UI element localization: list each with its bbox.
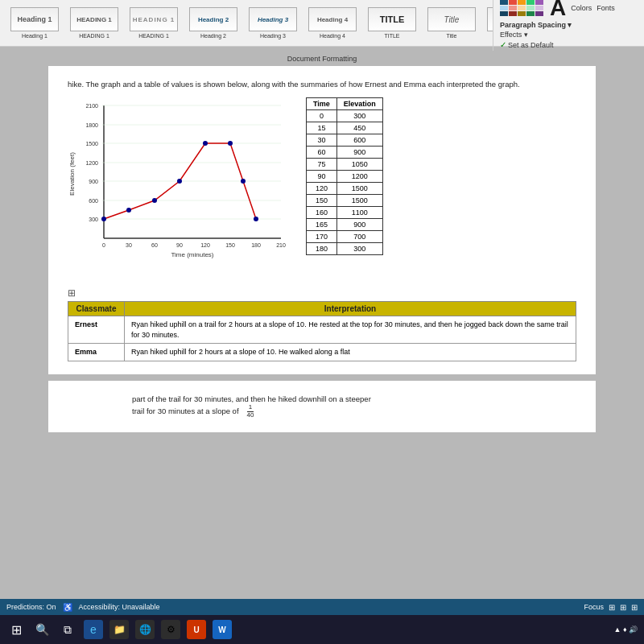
chart-point-30 <box>126 208 131 213</box>
interpretation-cell: Ryan hiked uphill for 2 hours at a slope… <box>125 344 576 361</box>
colors-fonts-row: A Colors Fonts <box>500 0 631 19</box>
svg-text:600: 600 <box>89 198 98 204</box>
fraction-denominator: 40 <box>245 412 255 419</box>
elevation-cell: 900 <box>336 147 382 159</box>
taskbar-right: ▲ ♦ 🔊 <box>613 625 638 634</box>
paragraph-spacing-button[interactable]: Paragraph Spacing ▾ <box>500 21 572 29</box>
time-cell: 90 <box>307 171 337 183</box>
paragraph-spacing-label: Paragraph Spacing <box>500 21 566 29</box>
taskview-button[interactable]: ⧉ <box>58 620 77 639</box>
color-swatch-blue <box>500 0 508 5</box>
set-default-row: ✓ Set as Default <box>500 40 631 49</box>
elevation-cell: 1100 <box>336 207 382 219</box>
table-row: 170700 <box>307 231 383 243</box>
table-row: 1601100 <box>307 207 383 219</box>
color-swatch-red <box>509 0 517 5</box>
elevation-cell: 1050 <box>336 159 382 171</box>
color-swatch-light-green <box>526 6 535 10</box>
style-heading2[interactable]: Heading 2 Heading 2 <box>185 5 242 41</box>
svg-text:180: 180 <box>251 242 261 248</box>
table-row: 165900 <box>307 219 383 231</box>
classmate-cell: Emma <box>68 344 125 361</box>
table-row: 0300 <box>307 110 383 122</box>
settings-icon[interactable]: ⚙ <box>161 620 180 639</box>
time-cell: 120 <box>307 183 337 195</box>
predictions-status: Predictions: On <box>6 603 56 611</box>
word-icon[interactable]: W <box>213 620 232 639</box>
color-swatch-purple <box>535 0 543 5</box>
chart-point-60 <box>152 198 157 203</box>
data-table: Time Elevation 0300154503060060900751050… <box>306 97 383 255</box>
elevation-cell: 300 <box>336 243 382 255</box>
color-swatch-dark-purple <box>535 11 543 16</box>
table-row: 15450 <box>307 122 383 134</box>
windows-button[interactable]: ⊞ <box>6 620 26 639</box>
color-swatch-light-orange <box>518 6 526 10</box>
time-cell: 150 <box>307 195 337 207</box>
elevation-cell: 300 <box>336 110 382 122</box>
focus-label: Focus <box>584 603 604 611</box>
svg-text:30: 30 <box>126 242 132 248</box>
app-icon-red[interactable]: U <box>187 620 206 639</box>
style-preview-heading1b: HEADING 1 <box>70 7 118 31</box>
set-default-button[interactable]: ✓ Set as Default <box>500 40 554 49</box>
colors-fonts-area: A <box>500 0 566 19</box>
style-heading1b[interactable]: HEADING 1 HEADING 1 <box>66 5 122 41</box>
interpretation-row: EmmaRyan hiked uphill for 2 hours at a s… <box>68 344 576 361</box>
table-row: 30600 <box>307 134 383 147</box>
style-label-heading1: Heading 1 <box>22 33 47 39</box>
style-heading1[interactable]: Heading 1 Heading 1 <box>6 5 63 41</box>
style-preview-heading2: Heading 2 <box>189 7 237 31</box>
elevation-cell: 900 <box>336 219 382 231</box>
paragraph-spacing-row: Paragraph Spacing ▾ <box>500 21 631 29</box>
color-swatch-dark-red <box>509 11 517 16</box>
color-swatch-light-blue <box>500 6 508 10</box>
style-heading1c[interactable]: HEADING 1 HEADING 1 <box>126 5 182 41</box>
document-area: Document Formatting hike. The graph and … <box>0 47 644 615</box>
svg-text:120: 120 <box>200 242 210 248</box>
chart-point-0 <box>101 217 106 221</box>
color-swatch-dark-blue <box>500 11 508 16</box>
color-swatch-green <box>526 0 535 5</box>
style-label-heading1c: HEADING 1 <box>138 33 169 39</box>
edge-icon[interactable]: e <box>84 620 103 639</box>
style-heading5[interactable]: Heading 5 Heading 5 <box>483 5 493 41</box>
time-cell: 60 <box>307 147 337 159</box>
intro-text: hike. The graph and a table of values is… <box>68 79 576 89</box>
color-swatches <box>500 0 543 16</box>
style-title[interactable]: TITLE TITLE <box>364 5 420 41</box>
style-heading3[interactable]: Heading 3 Heading 3 <box>245 5 301 41</box>
colors-label[interactable]: Colors <box>571 4 592 12</box>
interpretation-table: Classmate Interpretation ErnestRyan hike… <box>68 301 576 361</box>
fraction: 1 40 <box>245 404 255 419</box>
style-label-title2: Title <box>447 33 457 39</box>
table-row: 901200 <box>307 171 383 183</box>
elevation-cell: 450 <box>336 122 382 134</box>
chrome-icon[interactable]: 🌐 <box>135 620 155 639</box>
search-taskbar-button[interactable]: 🔍 <box>32 620 52 639</box>
svg-text:1200: 1200 <box>85 160 98 166</box>
checkmark-icon: ✓ <box>500 40 506 49</box>
system-time: ▲ ♦ 🔊 <box>613 625 638 634</box>
dropdown-arrow-icon: ▾ <box>568 21 572 29</box>
effects-row: Effects ▾ <box>500 31 631 39</box>
time-cell: 0 <box>307 110 337 122</box>
svg-text:60: 60 <box>151 242 158 248</box>
style-heading4[interactable]: Heading 4 Heading 4 <box>304 5 361 41</box>
status-right: Focus ⊞ ⊞ ⊞ <box>584 603 638 612</box>
fonts-label[interactable]: Fonts <box>597 4 615 12</box>
folder-icon[interactable]: 📁 <box>109 620 129 639</box>
table-row: 60900 <box>307 147 383 159</box>
style-preview-heading1: Heading 1 <box>10 7 59 31</box>
time-cell: 180 <box>307 243 337 255</box>
svg-text:2100: 2100 <box>85 103 98 109</box>
style-label-heading1b: HEADING 1 <box>79 33 109 39</box>
style-label-heading2: Heading 2 <box>200 33 226 39</box>
svg-text:90: 90 <box>176 242 183 248</box>
style-title2[interactable]: Title Title <box>423 5 480 41</box>
elevation-cell: 1500 <box>336 195 382 207</box>
svg-text:0: 0 <box>102 242 105 248</box>
style-preview-heading1c: HEADING 1 <box>130 7 178 31</box>
effects-button[interactable]: Effects ▾ <box>500 31 528 39</box>
time-cell: 30 <box>307 134 337 147</box>
